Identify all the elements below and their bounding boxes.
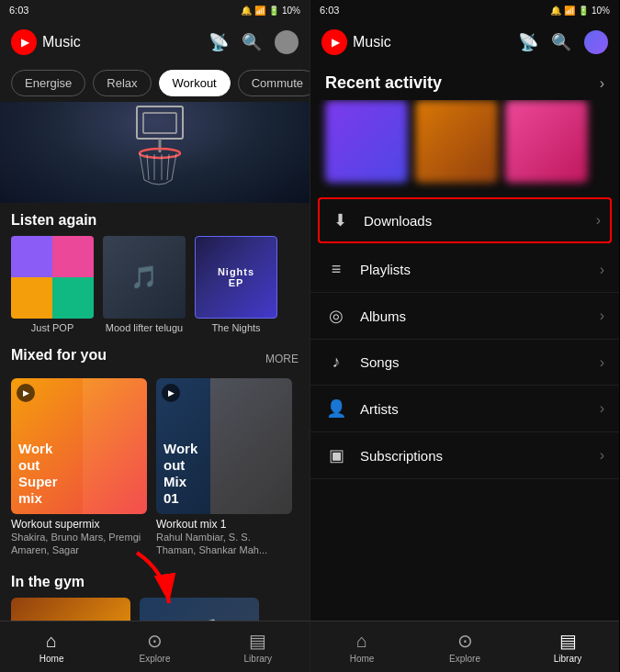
songs-chevron: ›: [600, 354, 604, 371]
library-icon-right: ▤: [559, 630, 577, 652]
artists-left: 👤 Artists: [325, 398, 399, 419]
right-panel: 6:03 🔔 📶 🔋 10% Music 📡 🔍 Recent activity…: [310, 0, 619, 672]
just-pop-label: Just POP: [31, 322, 73, 334]
workout-supermix-sublabel: Shakira, Bruno Mars, Premgi Amaren, Saga…: [11, 531, 147, 557]
cast-icon-right[interactable]: 📡: [518, 32, 538, 52]
left-panel: 6:03 🔔 📶 🔋 10% Music 📡 🔍 Energise Relax …: [0, 0, 310, 672]
status-icons-right: 🔔 📶 🔋 10%: [550, 6, 610, 16]
nights-thumb: NightsEP: [195, 236, 277, 319]
songs-icon: ♪: [325, 353, 347, 372]
more-button[interactable]: MORE: [265, 353, 299, 365]
app-name-left: Music: [42, 34, 81, 50]
menu-item-downloads[interactable]: ⬇ Downloads ›: [318, 197, 612, 243]
workout-mix1-sublabel: Rahul Nambiar, S. S. Thaman, Shankar Mah…: [156, 531, 292, 557]
songs-label: Songs: [360, 354, 400, 370]
left-scroll-area: Listen again Just POP: [0, 102, 310, 621]
svg-line-4: [140, 153, 144, 180]
logo-area-right: Music: [321, 29, 391, 55]
downloads-left: ⬇ Downloads: [329, 210, 432, 230]
chip-energise[interactable]: Energise: [11, 70, 85, 96]
workout-supermix-label: Workout supermix: [11, 518, 147, 531]
recent-activity-arrow[interactable]: ›: [600, 75, 604, 92]
listen-again-title: Listen again: [11, 212, 299, 229]
list-item[interactable]: 🎵 Mood lifter telugu: [103, 236, 186, 334]
nav-home-left[interactable]: ⌂ Home: [0, 622, 103, 672]
top-icons-left: 📡 🔍: [209, 30, 299, 54]
artists-chevron: ›: [600, 400, 604, 417]
home-label-right: Home: [350, 654, 375, 664]
list-item[interactable]: [11, 598, 130, 621]
artists-icon: 👤: [325, 398, 347, 419]
avatar-left[interactable]: [275, 30, 299, 54]
explore-label-right: Explore: [449, 654, 480, 664]
list-item[interactable]: ▶ WorkoutMix01 Workout mix 1 Rahul Nambi…: [156, 378, 292, 557]
workout-supermix-thumb: ▶ WorkoutSupermix: [11, 378, 147, 514]
nav-library-left[interactable]: ▤ Library: [207, 622, 310, 672]
status-bar-left: 6:03 🔔 📶 🔋 10%: [0, 0, 310, 20]
status-icons-left: 🔔 📶 🔋 10%: [241, 6, 300, 16]
menu-item-playlists[interactable]: ≡ Playlists ›: [310, 247, 619, 293]
list-item[interactable]: Just POP: [11, 236, 94, 334]
list-item[interactable]: [325, 100, 408, 183]
recent-activity-title: Recent activity: [325, 73, 442, 93]
top-bar-right: Music 📡 🔍: [310, 20, 619, 64]
hero-banner: [0, 102, 310, 203]
albums-label: Albums: [360, 308, 406, 324]
nights-label: The Nights: [211, 322, 260, 334]
avatar-right[interactable]: [584, 30, 608, 54]
workout-supermix-overlay: WorkoutSupermix: [18, 441, 58, 507]
list-item[interactable]: 🎸: [140, 598, 259, 621]
playlists-label: Playlists: [360, 262, 411, 277]
svg-rect-1: [143, 113, 176, 133]
songs-left: ♪ Songs: [325, 353, 400, 372]
menu-item-artists[interactable]: 👤 Artists ›: [310, 386, 619, 432]
cast-icon-left[interactable]: 📡: [209, 32, 229, 52]
list-item[interactable]: NightsEP The Nights: [195, 236, 277, 334]
menu-item-subscriptions[interactable]: ▣ Subscriptions ›: [310, 432, 619, 479]
nav-home-right[interactable]: ⌂ Home: [310, 622, 413, 672]
list-item[interactable]: [415, 100, 498, 183]
gym-thumb-2: 🎸: [140, 598, 259, 621]
play-icon: ▶: [162, 384, 180, 402]
nav-library-right[interactable]: ▤ Library: [516, 622, 619, 672]
nav-explore-left[interactable]: ⊙ Explore: [103, 622, 206, 672]
subscriptions-label: Subscriptions: [360, 448, 443, 464]
explore-icon-left: ⊙: [147, 630, 163, 652]
subscriptions-left: ▣ Subscriptions: [325, 445, 443, 465]
play-icon: ▶: [17, 384, 35, 402]
youtube-music-logo-right: [321, 29, 347, 55]
bottom-nav-right: ⌂ Home ⊙ Explore ▤ Library: [310, 621, 619, 672]
workout-mix1-thumb: ▶ WorkoutMix01: [156, 378, 292, 514]
chip-commute[interactable]: Commute: [238, 70, 310, 96]
mixed-row: ▶ WorkoutSupermix Workout supermix Shaki…: [11, 378, 299, 561]
in-the-gym-section: In the gym 🎸: [0, 565, 310, 621]
nav-explore-right[interactable]: ⊙ Explore: [413, 622, 516, 672]
home-label-left: Home: [39, 654, 64, 664]
top-bar-left: Music 📡 🔍: [0, 20, 310, 64]
menu-item-albums[interactable]: ◎ Albums ›: [310, 293, 619, 340]
library-menu: ⬇ Downloads › ≡ Playlists › ◎ Albums › ♪: [310, 194, 619, 621]
playlists-left: ≡ Playlists: [325, 260, 411, 279]
explore-label-left: Explore: [140, 654, 171, 664]
just-pop-thumb: [11, 236, 94, 319]
mixed-title: Mixed for you: [11, 347, 107, 364]
playlists-icon: ≡: [325, 260, 347, 279]
logo-area-left: Music: [11, 29, 81, 55]
chip-workout[interactable]: Workout: [159, 70, 231, 96]
artists-label: Artists: [360, 401, 399, 417]
search-icon-right[interactable]: 🔍: [551, 32, 571, 52]
status-bar-right: 6:03 🔔 📶 🔋 10%: [310, 0, 619, 20]
list-item[interactable]: [505, 100, 588, 183]
gym-thumb-1: [11, 598, 130, 621]
listen-again-row: Just POP 🎵 Mood lifter telugu NightsEP: [11, 236, 299, 334]
search-icon-left[interactable]: 🔍: [242, 32, 262, 52]
library-icon-left: ▤: [249, 630, 266, 652]
mood-lifter-label: Mood lifter telugu: [106, 322, 183, 334]
home-icon-left: ⌂: [46, 631, 57, 652]
menu-item-songs[interactable]: ♪ Songs ›: [310, 340, 619, 386]
chip-relax[interactable]: Relax: [93, 70, 151, 96]
downloads-chevron: ›: [596, 212, 601, 229]
basketball-hoop-graphic: [63, 102, 247, 203]
time-left: 6:03: [9, 5, 28, 16]
list-item[interactable]: ▶ WorkoutSupermix Workout supermix Shaki…: [11, 378, 147, 557]
